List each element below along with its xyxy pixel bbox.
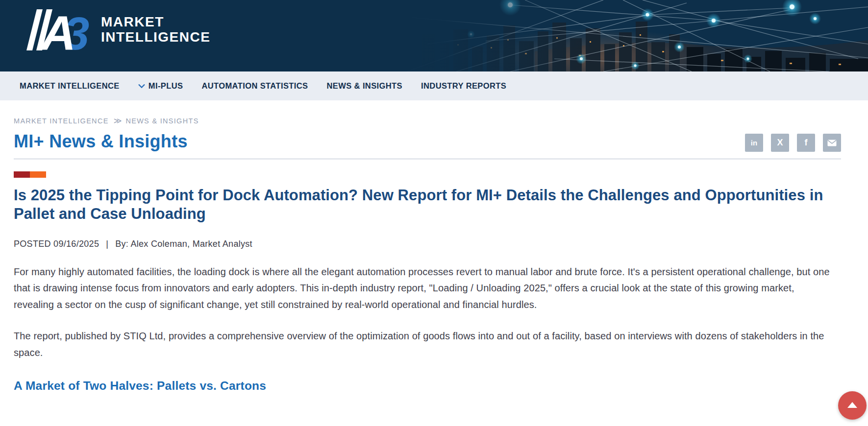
linkedin-share-button[interactable]: in: [745, 134, 763, 152]
chevron-down-icon: [138, 84, 145, 88]
svg-text:A: A: [40, 6, 76, 52]
email-icon: [827, 140, 837, 146]
nav-item-market-intelligence[interactable]: MARKET INTELLIGENCE: [20, 81, 120, 91]
page-title: MI+ News & Insights: [14, 131, 188, 152]
breadcrumb-item-market-intelligence[interactable]: MARKET INTELLIGENCE: [14, 117, 109, 125]
share-buttons: in X f: [745, 134, 841, 152]
email-share-button[interactable]: [823, 134, 841, 152]
breadcrumb-item-news-insights[interactable]: NEWS & INSIGHTS: [125, 117, 198, 125]
nav-label: INDUSTRY REPORTS: [421, 81, 506, 91]
accent-bars: [14, 171, 841, 178]
posted-date: POSTED 09/16/2025: [14, 239, 99, 249]
header-banner: 3 A MARKET INTELLIGENCE: [0, 0, 868, 71]
linkedin-icon: in: [751, 139, 757, 147]
breadcrumb-separator-icon: ≫: [114, 116, 121, 125]
brand-name: MARKET INTELLIGENCE: [101, 14, 210, 45]
section-heading: A Market of Two Halves: Pallets vs. Cart…: [14, 379, 841, 393]
nav-label: AUTOMATION STATISTICS: [201, 81, 308, 91]
nav-label: MI-PLUS: [149, 81, 183, 91]
nav-item-mi-plus[interactable]: MI-PLUS: [138, 81, 183, 91]
meta-separator: |: [106, 239, 108, 249]
brand-name-line2: INTELLIGENCE: [101, 29, 210, 45]
nav-item-news-insights[interactable]: NEWS & INSIGHTS: [327, 81, 403, 91]
title-row: MI+ News & Insights in X f: [14, 131, 841, 152]
page-content: MARKET INTELLIGENCE ≫ NEWS & INSIGHTS MI…: [0, 116, 868, 393]
breadcrumb: MARKET INTELLIGENCE ≫ NEWS & INSIGHTS: [14, 116, 841, 125]
x-icon: X: [777, 138, 783, 148]
nav-label: MARKET INTELLIGENCE: [20, 81, 120, 91]
title-divider: [14, 158, 841, 160]
accent-bar-red: [14, 171, 30, 178]
byline: By: Alex Coleman, Market Analyst: [115, 239, 252, 249]
article-paragraph: For many highly automated facilities, th…: [14, 264, 833, 313]
nav-item-automation-statistics[interactable]: AUTOMATION STATISTICS: [201, 81, 308, 91]
x-share-button[interactable]: X: [771, 134, 789, 152]
a3-logo-mark: 3 A: [17, 6, 90, 52]
article-meta: POSTED 09/16/2025 | By: Alex Coleman, Ma…: [14, 239, 841, 249]
accent-bar-orange: [30, 171, 46, 178]
article-headline: Is 2025 the Tipping Point for Dock Autom…: [14, 186, 833, 223]
main-nav: MARKET INTELLIGENCE MI-PLUS AUTOMATION S…: [0, 71, 868, 100]
brand-logo[interactable]: 3 A MARKET INTELLIGENCE: [17, 6, 210, 52]
banner-fade-overlay: [348, 0, 868, 71]
nav-item-industry-reports[interactable]: INDUSTRY REPORTS: [421, 81, 506, 91]
facebook-share-button[interactable]: f: [797, 134, 815, 152]
nav-label: NEWS & INSIGHTS: [327, 81, 403, 91]
scroll-to-top-button[interactable]: [838, 391, 867, 420]
article-paragraph: The report, published by STIQ Ltd, provi…: [14, 328, 833, 361]
brand-name-line1: MARKET: [101, 14, 210, 29]
facebook-icon: f: [805, 138, 808, 148]
chevron-up-icon: [847, 402, 857, 408]
